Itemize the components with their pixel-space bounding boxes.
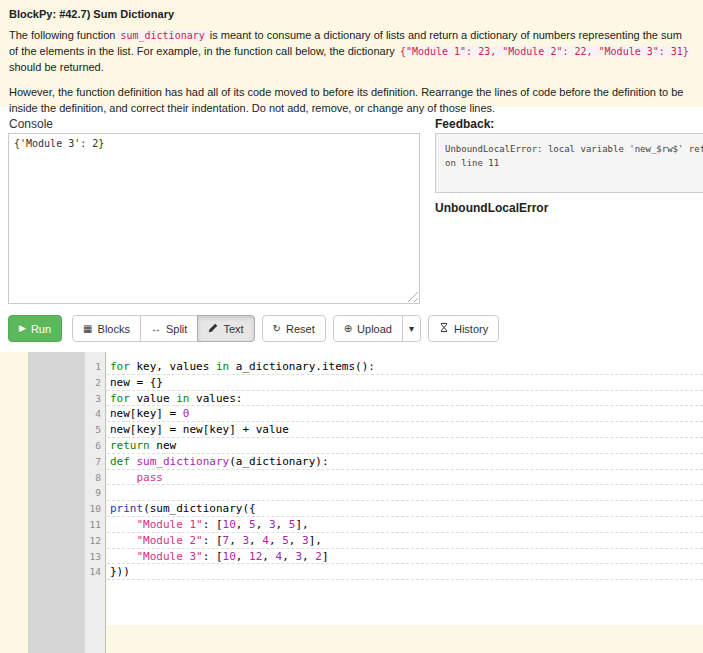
- code-line-12[interactable]: "Module 2": [7, 3, 4, 5, 3],: [107, 533, 703, 549]
- line-number: 10: [85, 501, 105, 517]
- token: new: [150, 439, 177, 452]
- token: a_dictionary.items():: [229, 360, 375, 373]
- code-line-11[interactable]: "Module 1": [10, 5, 3, 5],: [107, 517, 703, 533]
- token: 0: [183, 407, 190, 420]
- token: sum_dictionary: [137, 455, 230, 468]
- code-editor[interactable]: for key, values in a_dictionary.items():…: [107, 352, 703, 625]
- code-line-4[interactable]: new[key] = 0: [107, 406, 703, 422]
- editor-panel: 1234567891011121314 for key, values in a…: [0, 352, 703, 653]
- token: ,: [236, 550, 249, 563]
- token: pass: [137, 471, 164, 484]
- token: "Module 1": [137, 518, 203, 531]
- feedback-line-1: UnboundLocalError: local variable 'new_$…: [445, 143, 694, 157]
- token: : [: [203, 550, 223, 563]
- toolbar: ▶ Run ▦ Blocks ↔ Split Text ↻ Reset ⊕ Up…: [8, 315, 506, 342]
- text-button[interactable]: Text: [197, 315, 254, 342]
- code-line-5[interactable]: new[key] = new[key] + value: [107, 422, 703, 438]
- token: ],: [309, 534, 322, 547]
- token: value: [130, 392, 176, 405]
- code-lines: for key, values in a_dictionary.items():…: [107, 359, 703, 580]
- assignment-title: BlockPy: #42.7) Sum Dictionary: [9, 7, 694, 23]
- code-line-3[interactable]: for value in values:: [107, 391, 703, 407]
- token: def: [110, 455, 130, 468]
- inline-code: {"Module 1": 23, "Module 2": 22, "Module…: [398, 46, 691, 57]
- code-line-8[interactable]: pass: [107, 470, 703, 486]
- hourglass-icon: [439, 322, 449, 335]
- code-line-1[interactable]: for key, values in a_dictionary.items():: [107, 359, 703, 375]
- upload-dropdown-button[interactable]: ▾: [402, 315, 421, 342]
- upload-button[interactable]: ⊕ Upload: [333, 315, 403, 342]
- token: ,: [302, 550, 315, 563]
- token: new = {}: [110, 376, 163, 389]
- instructions-panel: BlockPy: #42.7) Sum Dictionary The follo…: [0, 0, 703, 107]
- token: : [: [203, 518, 223, 531]
- reset-label: Reset: [286, 323, 315, 335]
- token: for: [110, 392, 130, 405]
- token: ]: [322, 550, 329, 563]
- token: in: [216, 360, 229, 373]
- token: 3: [269, 518, 276, 531]
- token: new[key] = new[key] + value: [110, 423, 289, 436]
- token: 4: [262, 534, 269, 547]
- history-button[interactable]: History: [428, 315, 499, 342]
- feedback-label: Feedback:: [435, 117, 494, 131]
- play-icon: ▶: [19, 324, 26, 333]
- chevron-down-icon: ▾: [409, 324, 414, 334]
- token: [110, 518, 137, 531]
- line-number: 12: [85, 533, 105, 549]
- line-number: 11: [85, 517, 105, 533]
- instructions-paragraph: However, the function definition has had…: [9, 85, 694, 117]
- console-text: {'Module 3': 2}: [14, 138, 104, 149]
- token: [110, 534, 137, 547]
- token: "Module 3": [137, 550, 203, 563]
- feedback-message-box: UnboundLocalError: local variable 'new_$…: [435, 133, 703, 193]
- reset-icon: ↻: [273, 324, 281, 334]
- blocks-button[interactable]: ▦ Blocks: [72, 315, 141, 342]
- run-button[interactable]: ▶ Run: [8, 315, 62, 342]
- console-output: {'Module 3': 2}: [8, 133, 420, 304]
- token: 5: [249, 518, 256, 531]
- token: ],: [295, 518, 308, 531]
- resize-grip[interactable]: [405, 289, 418, 302]
- code-line-9[interactable]: [107, 485, 703, 501]
- token: ,: [229, 534, 242, 547]
- upload-icon: ⊕: [344, 324, 352, 334]
- token: ,: [276, 518, 289, 531]
- error-name: UnboundLocalError: [435, 201, 548, 215]
- blocks-icon: ▦: [83, 324, 92, 334]
- code-line-7[interactable]: def sum_dictionary(a_dictionary):: [107, 454, 703, 470]
- history-label: History: [454, 323, 488, 335]
- token: "Module 2": [137, 534, 203, 547]
- intro-paragraph: The following function sum_dictionary is…: [9, 28, 694, 76]
- editor-left-strip: [28, 352, 85, 653]
- token: ,: [269, 534, 282, 547]
- text-label: Text: [223, 323, 243, 335]
- mode-button-group: ▦ Blocks ↔ Split Text: [72, 315, 254, 342]
- line-number: 4: [85, 406, 105, 422]
- code-line-10[interactable]: print(sum_dictionary({: [107, 501, 703, 517]
- line-number: 5: [85, 422, 105, 438]
- token: (a_dictionary):: [229, 455, 328, 468]
- token: 2: [315, 550, 322, 563]
- token: ,: [282, 550, 295, 563]
- token: ,: [249, 534, 262, 547]
- token: values:: [189, 392, 242, 405]
- token: (sum_dictionary({: [143, 502, 256, 515]
- token: for: [110, 360, 130, 373]
- split-button[interactable]: ↔ Split: [140, 315, 198, 342]
- line-number: 1: [85, 359, 105, 375]
- reset-button[interactable]: ↻ Reset: [262, 315, 326, 342]
- blocks-label: Blocks: [98, 323, 130, 335]
- line-number: 3: [85, 391, 105, 407]
- line-number: 13: [85, 549, 105, 565]
- code-line-6[interactable]: return new: [107, 438, 703, 454]
- code-line-13[interactable]: "Module 3": [10, 12, 4, 3, 2]: [107, 549, 703, 565]
- line-number: 2: [85, 375, 105, 391]
- gutter-numbers: 1234567891011121314: [85, 352, 106, 653]
- code-line-14[interactable]: })): [107, 564, 703, 580]
- code-line-2[interactable]: new = {}: [107, 375, 703, 391]
- split-label: Split: [166, 323, 187, 335]
- token: [130, 455, 137, 468]
- upload-label: Upload: [357, 323, 392, 335]
- token: return: [110, 439, 150, 452]
